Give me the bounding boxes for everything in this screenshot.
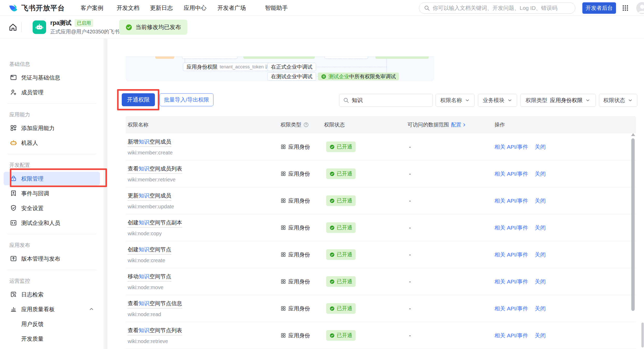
- filter-label: 业务模块: [483, 97, 505, 104]
- close-permission-link[interactable]: 关闭: [535, 251, 546, 258]
- close-permission-link[interactable]: 关闭: [535, 170, 546, 177]
- sidebar-item-events[interactable]: 事件与回调: [4, 187, 100, 200]
- sidebar-item-label: 安全设置: [21, 204, 44, 212]
- developer-console-button[interactable]: 开发者后台: [582, 2, 616, 14]
- table-row: 新增知识空间成员 wiki:member:create 应用身份: [126, 133, 636, 160]
- close-permission-link[interactable]: 关闭: [535, 224, 546, 231]
- batch-import-export-button[interactable]: 批量导入/导出权限: [160, 93, 213, 106]
- close-permission-link[interactable]: 关闭: [535, 143, 546, 151]
- sidebar-item-label: 机器人: [21, 139, 38, 147]
- publish-status-badge: 当前修改均已发布: [119, 20, 187, 35]
- grid-four-icon: [281, 225, 286, 230]
- feishu-logo-icon: [8, 3, 19, 13]
- nav-item-appcenter[interactable]: 应用中心: [184, 0, 206, 16]
- permission-code: wiki:member:update: [128, 204, 281, 210]
- brand[interactable]: 飞书开放平台: [8, 0, 65, 16]
- sidebar-scrollbar-track[interactable]: [104, 39, 108, 349]
- grid-four-icon: [281, 171, 286, 176]
- related-api-link[interactable]: 相关 API/事件: [495, 305, 528, 312]
- permission-name-cell: 查看知识空间成员列表 wiki:member:retrieve: [128, 165, 281, 183]
- question-circle-icon[interactable]: [303, 122, 309, 127]
- permission-type-label: 应用身份: [288, 278, 310, 285]
- home-icon[interactable]: [8, 23, 18, 32]
- status-badge: 已开通: [326, 141, 356, 152]
- permission-type-cell: 应用身份: [281, 197, 324, 204]
- sidebar-item-bot[interactable]: 机器人: [4, 136, 100, 149]
- user-avatar[interactable]: [636, 2, 644, 14]
- sidebar-item-security[interactable]: 安全设置: [4, 201, 100, 215]
- sidebar-item-credentials[interactable]: 凭证与基础信息: [4, 71, 100, 84]
- permission-type-cell: 应用身份: [281, 143, 324, 151]
- nav-item-changelog[interactable]: 更新日志: [150, 0, 173, 16]
- sidebar-item-version-release[interactable]: 版本管理与发布: [4, 252, 100, 265]
- sidebar-item-add-capability[interactable]: 添加应用能力: [4, 121, 100, 135]
- permission-name-cell: 新增知识空间成员 wiki:member:create: [128, 138, 281, 156]
- table-scrollbar-thumb[interactable]: [631, 138, 635, 311]
- sidebar-item-label: 版本管理与发布: [21, 255, 60, 262]
- search-highlight: 知识: [139, 219, 149, 225]
- filter-permission-name[interactable]: 权限名称: [435, 94, 475, 107]
- permission-name-cell: 移动知识空间节点 wiki:node:move: [128, 273, 281, 290]
- close-permission-link[interactable]: 关闭: [535, 197, 546, 204]
- nav-item-cases[interactable]: 客户案例: [81, 0, 103, 16]
- sidebar-item-log-search[interactable]: 日志检索: [4, 288, 100, 301]
- filter-business-module[interactable]: 业务模块: [478, 94, 517, 107]
- related-api-link[interactable]: 相关 API/事件: [495, 197, 528, 204]
- free-badge-text: 中所有权限免审调试: [349, 74, 396, 79]
- close-permission-link[interactable]: 关闭: [535, 278, 546, 285]
- permission-name-cell: 查看知识空间节点信息 wiki:node:read: [128, 300, 281, 317]
- related-api-link[interactable]: 相关 API/事件: [495, 224, 528, 231]
- filter-permission-type[interactable]: 权限类型 应用身份权限: [520, 94, 596, 107]
- actions-cell: 相关 API/事件 关闭: [493, 305, 636, 312]
- flow-fragment-box: [325, 56, 368, 59]
- filter-label: 权限类型: [526, 97, 547, 104]
- table-row: 移动知识空间节点 wiki:node:move 应用身份: [126, 268, 636, 295]
- check-circle-icon: [330, 252, 335, 257]
- permission-type-cell: 应用身份: [281, 278, 324, 285]
- table-row: 查看知识空间成员列表 wiki:member:retrieve 应用身份: [126, 160, 636, 187]
- permission-name-cell: 查看知识空间节点列表 wiki:node:retrieve: [128, 327, 281, 344]
- filter-permission-status[interactable]: 权限状态: [599, 94, 637, 107]
- permission-search-input[interactable]: 知识: [339, 94, 433, 107]
- global-search-input[interactable]: 你可以输入文档关键词、开发问题、Log ID、错误码: [419, 2, 575, 14]
- status-badge: 已开通: [326, 168, 356, 179]
- related-api-link[interactable]: 相关 API/事件: [495, 170, 528, 177]
- close-permission-link[interactable]: 关闭: [535, 332, 546, 339]
- search-highlight: 知识: [139, 327, 149, 333]
- open-permission-button[interactable]: 开通权限: [122, 93, 155, 106]
- app-grid-icon[interactable]: [622, 4, 629, 12]
- bar-chart-icon: [10, 305, 17, 313]
- nav-item-devplaza[interactable]: 开发者广场: [217, 0, 246, 16]
- app-avatar-robot-icon[interactable]: [33, 20, 46, 34]
- robot-icon: [10, 139, 17, 146]
- sidebar-item-label: 权限管理: [21, 175, 44, 182]
- sidebar-item-members[interactable]: 成员管理: [4, 86, 100, 99]
- related-api-link[interactable]: 相关 API/事件: [495, 332, 528, 339]
- sidebar-item-quality-dashboard[interactable]: 应用质量看板: [4, 302, 100, 316]
- nav-item-docs[interactable]: 开发文档: [117, 0, 139, 16]
- related-api-link[interactable]: 相关 API/事件: [495, 143, 528, 151]
- scrollbar-up-arrow[interactable]: [631, 133, 635, 136]
- permission-status-cell: 已开通: [324, 303, 407, 314]
- data-scope-cell: -: [407, 252, 493, 258]
- sidebar-item-dev-quality[interactable]: 开发质量: [4, 332, 100, 345]
- sidebar-item-user-feedback[interactable]: 用户反馈: [4, 317, 100, 331]
- related-api-link[interactable]: 相关 API/事件: [495, 251, 528, 258]
- sidebar-item-permissions[interactable]: 权限管理: [4, 172, 100, 185]
- test-enterprise-link[interactable]: 测试企业: [328, 74, 349, 79]
- nav-item-assistant[interactable]: 智能助手: [265, 0, 288, 16]
- actions-cell: 相关 API/事件 关闭: [493, 197, 636, 204]
- page-scrollbar-thumb[interactable]: [641, 323, 644, 347]
- related-api-link[interactable]: 相关 API/事件: [495, 278, 528, 285]
- status-label: 已开通: [337, 332, 352, 339]
- search-highlight: 知识: [139, 166, 149, 172]
- configure-scope-link[interactable]: 配置: [451, 121, 467, 128]
- tenant-token-label: 应用身份权限: [187, 63, 218, 70]
- close-permission-link[interactable]: 关闭: [535, 305, 546, 312]
- permission-title: 查看知识空间成员列表: [128, 165, 182, 174]
- app-name: rpa测试: [50, 19, 71, 27]
- brand-title: 飞书开放平台: [21, 3, 65, 13]
- chevron-up-icon[interactable]: [89, 306, 94, 312]
- sidebar-item-test-enterprise[interactable]: 测试企业和人员: [4, 216, 100, 230]
- person-plus-icon: [10, 89, 17, 96]
